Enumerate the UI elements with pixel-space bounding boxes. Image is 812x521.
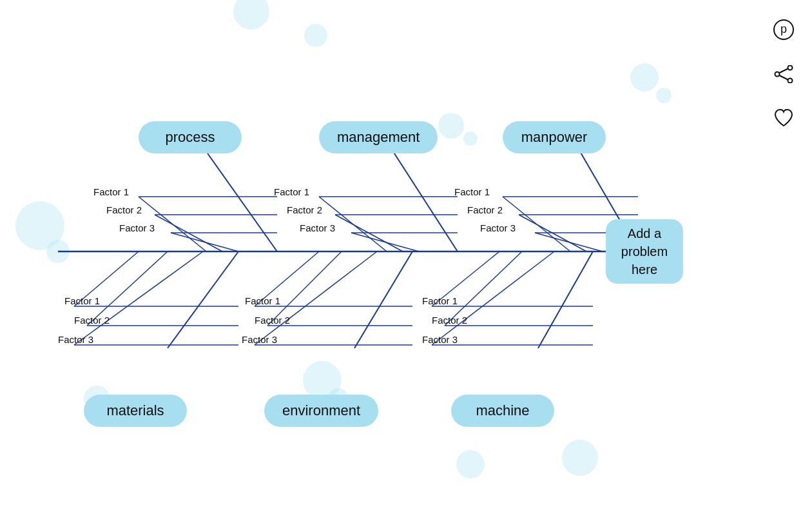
svg-line-8 <box>206 152 277 251</box>
svg-line-15 <box>393 152 458 251</box>
sidebar-icons: p <box>773 19 794 132</box>
svg-point-2 <box>788 66 793 70</box>
svg-line-5 <box>780 69 788 74</box>
environment-factor-1: Factor 1 <box>245 295 280 306</box>
share-icon[interactable] <box>773 65 794 88</box>
svg-line-36 <box>354 251 412 348</box>
machine-factor-3: Factor 3 <box>422 334 458 345</box>
manpower-factor-2: Factor 2 <box>467 204 503 215</box>
machine-factor-2: Factor 2 <box>432 315 467 326</box>
svg-line-6 <box>780 75 788 80</box>
problem-box[interactable]: Add a problem here <box>606 219 683 284</box>
category-management[interactable]: management <box>319 121 438 153</box>
category-process[interactable]: process <box>139 121 242 153</box>
fishbone-diagram: process management manpower materials en… <box>39 52 748 464</box>
svg-line-28 <box>535 233 603 251</box>
machine-factor-1: Factor 1 <box>422 295 458 306</box>
svg-line-21 <box>351 233 419 251</box>
svg-line-14 <box>171 233 238 251</box>
manpower-factor-1: Factor 1 <box>454 186 490 197</box>
management-factor-2: Factor 2 <box>287 204 322 215</box>
category-manpower[interactable]: manpower <box>503 121 606 153</box>
svg-text:p: p <box>780 23 787 35</box>
process-factor-1: Factor 1 <box>93 186 129 197</box>
svg-line-43 <box>538 251 593 348</box>
category-materials[interactable]: materials <box>84 395 187 427</box>
pinterest-icon[interactable]: p <box>773 19 794 44</box>
materials-factor-1: Factor 1 <box>64 295 100 306</box>
management-factor-1: Factor 1 <box>274 186 309 197</box>
bubble-0 <box>233 0 269 30</box>
manpower-factor-3: Factor 3 <box>480 222 516 233</box>
svg-point-4 <box>775 72 780 77</box>
heart-icon[interactable] <box>773 108 794 132</box>
environment-factor-2: Factor 2 <box>255 315 290 326</box>
svg-line-29 <box>168 251 238 348</box>
management-factor-3: Factor 3 <box>300 222 335 233</box>
materials-factor-3: Factor 3 <box>58 334 93 345</box>
category-machine[interactable]: machine <box>451 395 554 427</box>
process-factor-2: Factor 2 <box>106 204 142 215</box>
svg-point-3 <box>788 79 793 83</box>
process-factor-3: Factor 3 <box>119 222 155 233</box>
environment-factor-3: Factor 3 <box>242 334 277 345</box>
bubble-1 <box>304 24 327 47</box>
category-environment[interactable]: environment <box>264 395 378 427</box>
materials-factor-2: Factor 2 <box>74 315 110 326</box>
